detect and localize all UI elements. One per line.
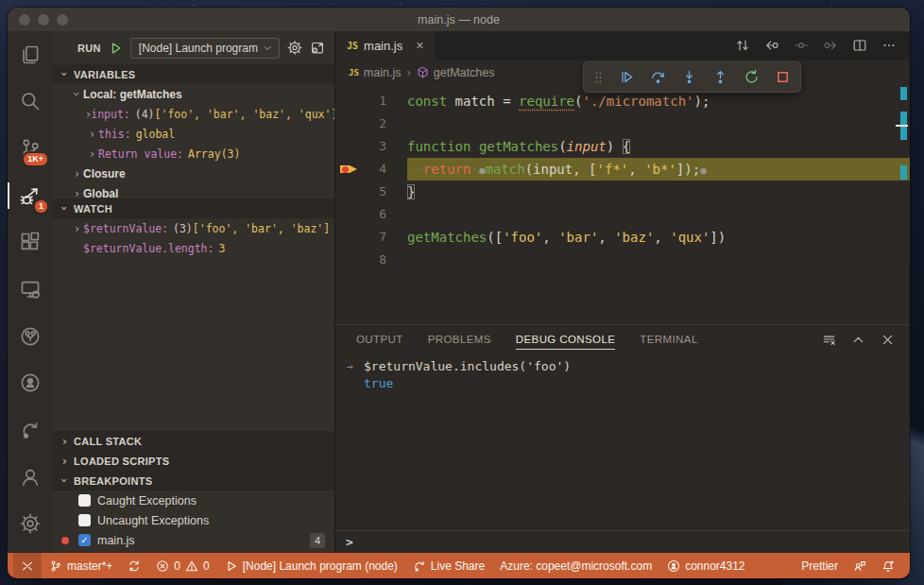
code-line[interactable]: 1const match = require('./micromatch'); — [335, 90, 910, 112]
scope-row[interactable]: ›Local: getMatches — [52, 84, 334, 104]
status-item-problems[interactable]: 00 — [148, 553, 216, 578]
activity-item-github[interactable] — [8, 359, 52, 406]
debug-console-input[interactable]: > — [335, 530, 910, 553]
continue-button[interactable] — [619, 69, 635, 85]
variables-section-header[interactable]: › VARIABLES — [52, 64, 334, 84]
status-item-prettier[interactable]: Prettier — [794, 553, 846, 578]
breakpoint-count-badge: 4 — [310, 533, 325, 548]
code-editor[interactable]: 1const match = require('./micromatch');2… — [335, 85, 910, 324]
activity-item-accounts[interactable] — [8, 454, 52, 501]
step-out-button[interactable] — [712, 69, 728, 85]
open-changes-icon[interactable] — [735, 38, 750, 53]
maximize-panel-icon[interactable] — [851, 333, 865, 347]
code-line[interactable]: 3function getMatches(input) { — [335, 135, 910, 158]
activity-item-run-and-debug[interactable]: 1 — [8, 172, 52, 219]
scope-row[interactable]: ›Global — [52, 183, 334, 198]
start-debugging-icon[interactable] — [109, 41, 123, 56]
loaded-scripts-section-header[interactable]: › LOADED SCRIPTS — [52, 451, 334, 471]
watch-section-header[interactable]: › WATCH — [52, 198, 334, 218]
status-item-branch[interactable]: master*+ — [42, 553, 120, 578]
code-token: ( — [558, 139, 566, 154]
breakpoint-row[interactable]: Caught Exceptions — [52, 490, 334, 510]
code-line[interactable]: 4··return·●match(input,·['f*',·'b*']);● — [335, 158, 910, 181]
launch-config-dropdown[interactable]: [Node] Launch program — [130, 38, 280, 59]
close-tab-icon[interactable]: × — [416, 38, 423, 53]
status-item-live-share[interactable]: Live Share — [405, 553, 492, 578]
status-item-debug-config[interactable]: [Node] Launch program (node) — [217, 553, 405, 578]
maximize-window-button[interactable] — [57, 14, 68, 26]
variable-row[interactable]: ›$returnValue:(3) ['foo', 'bar', 'baz'] — [52, 218, 334, 238]
navigate-forward-icon[interactable] — [823, 38, 838, 53]
code-line[interactable]: 7getMatches(['foo', 'bar', 'baz', 'qux']… — [335, 226, 910, 249]
panel-actions — [822, 333, 910, 347]
activity-item-live-share[interactable] — [8, 406, 52, 454]
activity-item-azure-pipelines[interactable] — [8, 313, 52, 360]
more-actions-icon[interactable] — [881, 38, 897, 53]
minimize-window-button[interactable] — [38, 14, 49, 26]
console-input-line: →$returnValue.includes('foo') — [335, 358, 910, 375]
status-item-azure-account[interactable]: Azure: copeet@microsoft.com — [492, 553, 659, 578]
panel-tab-debug-console[interactable]: DEBUG CONSOLE — [516, 334, 616, 350]
code-line[interactable]: 2 — [335, 112, 910, 135]
navigate-back-icon[interactable] — [764, 38, 779, 53]
breakpoint-checkbox[interactable]: ✓ — [78, 534, 91, 546]
breadcrumb-item-getMatches[interactable]: getMatches — [417, 66, 495, 79]
code-line[interactable]: 5} — [335, 181, 910, 203]
tab-main-js[interactable]: JS main.js × — [335, 31, 435, 60]
activity-item-remote-explorer[interactable] — [8, 266, 52, 313]
variable-row[interactable]: ›input:(4) ['foo', 'bar', 'baz', 'qux'] — [52, 104, 334, 124]
panel-tab-problems[interactable]: PROBLEMS — [428, 334, 491, 345]
gear-icon[interactable] — [287, 40, 302, 56]
variable-row[interactable]: ›this:global — [52, 124, 334, 144]
section-title: BREAKPOINTS — [74, 475, 152, 487]
breakpoints-section-header[interactable]: › BREAKPOINTS — [52, 471, 334, 490]
panel-tab-terminal[interactable]: TERMINAL — [640, 334, 697, 345]
clear-console-icon[interactable] — [822, 333, 836, 347]
variable-row[interactable]: $returnValue.length:3 — [52, 238, 334, 258]
activity-item-settings[interactable] — [8, 500, 52, 547]
close-window-button[interactable] — [19, 14, 30, 26]
watch-list: ›$returnValue:(3) ['foo', 'bar', 'baz']$… — [52, 218, 334, 431]
overview-ruler-mark — [900, 87, 907, 100]
console-result-line: true — [335, 375, 910, 392]
activity-item-search[interactable] — [8, 78, 52, 126]
breakpoint-checkbox[interactable] — [78, 514, 91, 526]
activity-item-explorer[interactable] — [8, 31, 52, 78]
variable-row[interactable]: ›Return value:Array(3) — [52, 144, 334, 163]
gutter-glyph-column — [335, 226, 364, 249]
status-item-github-account[interactable]: connor4312 — [659, 553, 752, 578]
close-panel-icon[interactable] — [881, 333, 895, 347]
panel-tab-output[interactable]: OUTPUT — [356, 334, 403, 345]
code-token: require — [519, 94, 574, 109]
breakpoint-row[interactable]: Uncaught Exceptions — [52, 510, 334, 530]
breadcrumb-label: getMatches — [434, 66, 495, 79]
status-item-feedback[interactable] — [846, 553, 874, 578]
status-item-remote[interactable] — [13, 553, 42, 578]
debug-console-icon[interactable] — [310, 40, 325, 56]
status-item-notifications[interactable] — [874, 553, 902, 578]
status-label: 0 — [203, 559, 210, 573]
code-line[interactable]: 6 — [335, 203, 910, 226]
launch-config-label: [Node] Launch program — [139, 42, 258, 55]
code-token: ) — [607, 139, 623, 154]
status-item-sync[interactable] — [120, 553, 148, 578]
breakpoint-row[interactable]: ✓main.js4 — [52, 530, 334, 550]
split-editor-icon[interactable] — [852, 38, 867, 53]
liveshare-icon — [20, 420, 41, 440]
code-line[interactable]: 8 — [335, 249, 910, 271]
activity-item-extensions[interactable] — [8, 219, 52, 267]
stop-button[interactable] — [775, 69, 791, 85]
step-over-button[interactable] — [650, 69, 666, 85]
breadcrumb-item-main-js[interactable]: JSmain.js — [349, 66, 401, 79]
navigate-current-icon[interactable] — [794, 38, 809, 53]
step-into-button[interactable] — [681, 69, 697, 85]
breakpoint-checkbox[interactable] — [78, 494, 91, 507]
drag-grip-icon[interactable] — [593, 70, 604, 85]
gutter-glyph-column — [335, 249, 364, 271]
activity-item-source-control[interactable]: 1K+ — [8, 125, 52, 172]
scope-row[interactable]: ›Closure — [52, 163, 334, 183]
call-stack-section-header[interactable]: › CALL STACK — [52, 431, 334, 451]
current-line-breakpoint-icon[interactable] — [340, 163, 357, 176]
gutter-glyph-column — [335, 158, 364, 181]
restart-button[interactable] — [744, 69, 760, 85]
